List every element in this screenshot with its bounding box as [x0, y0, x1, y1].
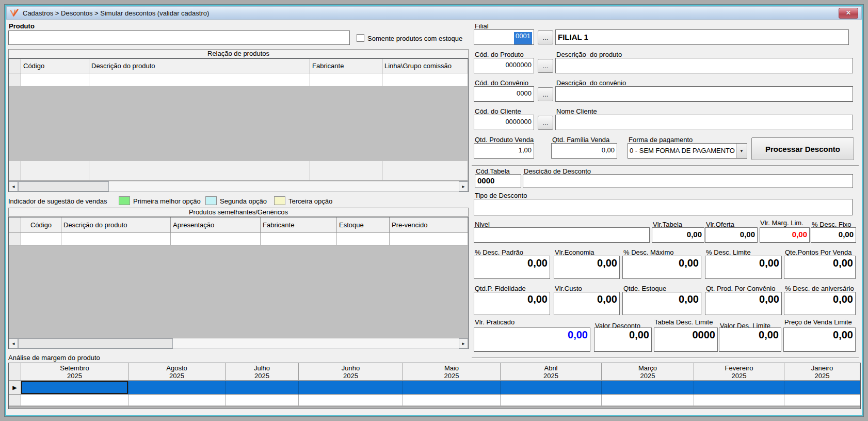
margem-bottom-scroll-strip[interactable] — [9, 406, 860, 409]
semelhantes-horizontal-scrollbar[interactable]: ◄ ► — [9, 338, 468, 349]
margem-col-janeiro: Janeiro2025 — [784, 363, 860, 381]
vlr-tabela-field: 0,00 — [652, 227, 704, 243]
table-cell[interactable] — [226, 381, 299, 395]
qtd-familia-venda-input[interactable]: 0,00 — [551, 143, 617, 159]
nivel-field — [474, 227, 650, 243]
table-cell — [310, 73, 382, 86]
scroll-left-icon[interactable]: ◄ — [9, 181, 18, 192]
right-panel-separator — [472, 165, 859, 166]
produtos-semelhantes-title: Produtos semelhantes/Genéricos — [8, 208, 469, 217]
relacao-produtos-grid: Código Descrição do produto Fabricante L… — [8, 58, 469, 192]
desc-maximo-label: % Desc. Máximo — [623, 249, 674, 256]
scroll-right-icon[interactable]: ► — [459, 181, 468, 192]
chevron-down-icon[interactable]: ▼ — [736, 144, 747, 158]
estoque-checkbox[interactable] — [357, 34, 364, 42]
legend-label-third: Terceira opção — [288, 198, 332, 205]
semelhantes-col-estoque: Estoque — [337, 217, 390, 233]
month-name: Abril — [544, 364, 557, 372]
cod-convenio-browse-button[interactable]: ... — [538, 87, 553, 101]
footer-cell — [9, 161, 21, 181]
relacao-horizontal-scrollbar[interactable]: ◄ ► — [9, 181, 468, 192]
produto-input[interactable] — [8, 30, 350, 45]
table-cell[interactable] — [501, 381, 602, 395]
forma-pagamento-select[interactable]: 0 - SEM FORMA DE PAGAMENTO ▼ — [628, 143, 747, 159]
close-button[interactable]: ✕ — [839, 8, 858, 19]
scrollbar-thumb[interactable] — [18, 338, 173, 349]
filial-input[interactable]: 0001 — [474, 29, 534, 45]
relacao-col-fabricante: Fabricante — [310, 59, 382, 73]
table-cell — [694, 395, 784, 406]
forma-pagamento-value: 0 - SEM FORMA DE PAGAMENTO — [628, 144, 736, 158]
month-name: Maio — [444, 364, 459, 372]
relacao-col-linha-grupo: Linha\Grupo comissão — [382, 59, 468, 73]
processar-desconto-button[interactable]: Processar Desconto — [751, 137, 854, 160]
semelhantes-grid-empty-area — [9, 245, 468, 338]
cod-produto-input[interactable]: 0000000 — [474, 58, 534, 73]
titlebar[interactable]: Cadastros > Descontos > Simular desconto… — [6, 6, 862, 20]
scrollbar-thumb[interactable] — [18, 181, 109, 192]
preco-venda-limite-label: Preço de Venda Limite — [784, 319, 852, 326]
analise-margem-grid: Setembro2025 Agosto2025 Julho2025 Junho2… — [8, 363, 861, 409]
margem-col-abril: Abril2025 — [501, 363, 602, 381]
vlr-praticado-label: Vlr. Praticado — [475, 319, 515, 326]
month-name: Setembro — [60, 364, 89, 372]
row-indicator-cell: ▶ — [9, 381, 21, 395]
relacao-empty-row[interactable] — [9, 73, 468, 86]
table-cell — [128, 395, 226, 406]
scrollbar-track[interactable] — [173, 338, 459, 349]
table-cell[interactable] — [602, 381, 694, 395]
table-cell — [501, 395, 602, 406]
table-cell[interactable] — [403, 381, 501, 395]
selected-cell[interactable] — [21, 381, 128, 395]
qtd-familia-venda-label: Qtd. Família Venda — [552, 136, 609, 144]
qt-prod-convenio-label: Qt. Prod. Por Convênio — [706, 285, 775, 292]
cod-convenio-input[interactable]: 0000 — [474, 86, 534, 102]
analise-margem-label: Análise de margem do produto — [8, 354, 100, 362]
scrollbar-track[interactable] — [109, 181, 459, 192]
margem-header-row: Setembro2025 Agosto2025 Julho2025 Junho2… — [9, 363, 860, 381]
app-logo-icon — [10, 9, 19, 17]
vlr-marg-lim-field: 0,00 — [760, 227, 810, 243]
legend-swatch-first — [119, 196, 130, 205]
relacao-footer-row — [9, 161, 468, 181]
table-cell — [226, 395, 299, 406]
desc-padrao-label: % Desc. Padrão — [475, 249, 523, 256]
filial-name-field: FILIAL 1 — [555, 29, 849, 45]
row-indicator-cell — [9, 73, 21, 86]
cod-produto-browse-button[interactable]: ... — [538, 59, 553, 73]
desc-aniversario-field: 0,00 — [784, 292, 856, 315]
table-cell[interactable] — [784, 381, 860, 395]
table-cell[interactable] — [299, 381, 403, 395]
nome-cliente-label: Nome Cliente — [556, 108, 597, 115]
right-panel-bottom-separator — [472, 357, 859, 358]
scroll-right-icon[interactable]: ► — [459, 338, 468, 349]
month-year: 2025 — [815, 372, 830, 380]
month-year: 2025 — [732, 372, 747, 380]
table-cell — [602, 395, 694, 406]
filial-browse-button[interactable]: ... — [538, 30, 553, 44]
semelhantes-empty-row[interactable] — [9, 233, 468, 245]
table-cell[interactable] — [694, 381, 784, 395]
vlr-economia-label: Vlr.Economia — [555, 249, 594, 256]
desc-limite-field: 0,00 — [705, 256, 782, 279]
margem-empty-row[interactable] — [9, 395, 860, 406]
legend-label-first: Primeira melhor opção — [133, 198, 201, 205]
semelhantes-col-apresentacao: Apresentação — [171, 217, 261, 233]
legend-label: Indicador de sugestão de vendas — [8, 198, 107, 205]
qtd-produto-venda-input[interactable]: 1,00 — [474, 143, 534, 159]
margem-selected-row[interactable]: ▶ — [9, 381, 860, 395]
relacao-col-codigo: Código — [21, 59, 89, 73]
semelhantes-header-row: Código Descrição do produto Apresentação… — [9, 217, 468, 233]
qte-pontos-label: Qte.Pontos Por Venda — [785, 249, 851, 256]
margem-col-marco: Março2025 — [602, 363, 694, 381]
desc-limite-label: % Desc. Limite — [706, 249, 751, 256]
table-cell[interactable] — [128, 381, 226, 395]
scroll-left-icon[interactable]: ◄ — [9, 338, 18, 349]
month-year: 2025 — [169, 372, 184, 380]
month-name: Março — [638, 364, 657, 372]
desc-aniversario-label: % Desc. de aniversário — [785, 285, 854, 292]
cod-cliente-input[interactable]: 0000000 — [474, 115, 534, 130]
cod-cliente-browse-button[interactable]: ... — [538, 116, 553, 130]
margem-col-agosto: Agosto2025 — [128, 363, 226, 381]
margem-col-julho: Julho2025 — [226, 363, 299, 381]
